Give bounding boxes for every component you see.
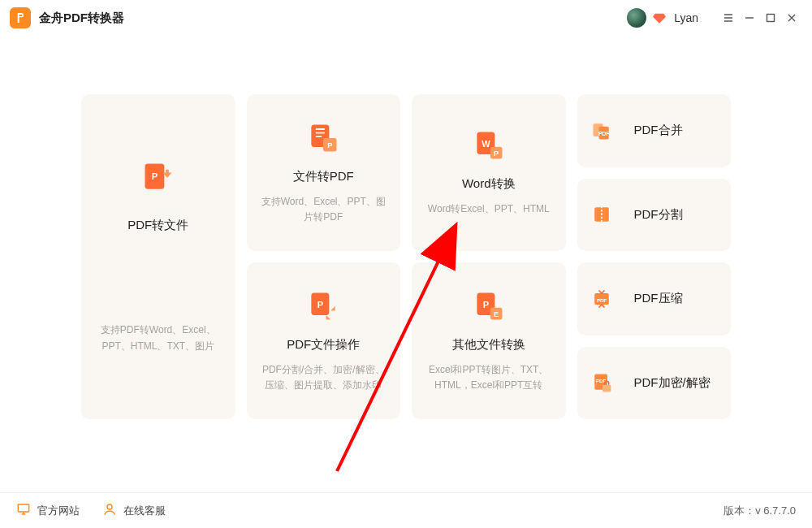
support-link[interactable]: 在线客服 bbox=[102, 502, 166, 519]
svg-text:P: P bbox=[482, 300, 488, 309]
svg-point-26 bbox=[107, 504, 112, 509]
file-to-pdf-icon: P bbox=[305, 120, 341, 156]
title-bar: 金舟PDF转换器 Lyan bbox=[0, 0, 812, 36]
version-text: 版本：v 6.7.7.0 bbox=[723, 504, 796, 518]
card-pdf-merge[interactable]: PDF PDF合并 bbox=[577, 94, 732, 167]
card-word-convert[interactable]: W P Word转换 Word转Excel、PPT、HTML bbox=[412, 94, 566, 251]
username[interactable]: Lyan bbox=[674, 11, 698, 24]
card-pdf-to-file[interactable]: P PDF转文件 支持PDF转Word、Excel、PPT、HTML、TXT、图… bbox=[81, 94, 235, 419]
card-title: 其他文件转换 bbox=[452, 337, 525, 353]
svg-text:P: P bbox=[151, 171, 157, 181]
pdf-to-file-icon: P bbox=[140, 159, 176, 195]
card-desc: Excel和PPT转图片、TXT、HTML，Excel和PPT互转 bbox=[423, 362, 555, 393]
card-pdf-split[interactable]: PDF分割 bbox=[577, 179, 732, 252]
pdf-split-icon bbox=[590, 203, 613, 226]
maximize-button[interactable] bbox=[760, 7, 781, 28]
pdf-compress-icon: PDF bbox=[590, 288, 613, 310]
card-desc: 支持Word、Excel、PPT、图片转PDF bbox=[258, 194, 390, 225]
link-label: 官方网站 bbox=[37, 504, 80, 518]
official-site-link[interactable]: 官方网站 bbox=[16, 502, 80, 519]
svg-text:P: P bbox=[327, 141, 332, 149]
card-pdf-operations[interactable]: P PDF文件操作 PDF分割/合并、加密/解密、压缩、图片提取、添加水印 bbox=[247, 262, 401, 419]
card-title: PDF分割 bbox=[634, 207, 683, 223]
card-title: PDF转文件 bbox=[127, 218, 188, 233]
svg-rect-25 bbox=[18, 504, 29, 512]
link-label: 在线客服 bbox=[123, 504, 166, 518]
card-title: PDF加密/解密 bbox=[634, 375, 710, 391]
other-convert-icon: P E bbox=[471, 288, 507, 324]
svg-text:E: E bbox=[494, 310, 499, 318]
app-logo-icon bbox=[10, 7, 31, 28]
support-icon bbox=[102, 502, 117, 519]
app-title: 金舟PDF转换器 bbox=[39, 11, 124, 26]
card-title: PDF压缩 bbox=[634, 291, 683, 306]
vip-diamond-icon[interactable] bbox=[653, 11, 666, 24]
card-title: PDF文件操作 bbox=[287, 337, 360, 353]
avatar[interactable] bbox=[627, 8, 646, 28]
card-desc: Word转Excel、PPT、HTML bbox=[428, 201, 550, 217]
card-pdf-compress[interactable]: PDF PDF压缩 bbox=[577, 262, 732, 335]
card-other-convert[interactable]: P E 其他文件转换 Excel和PPT转图片、TXT、HTML，Excel和P… bbox=[412, 262, 566, 419]
card-file-to-pdf[interactable]: P 文件转PDF 支持Word、Excel、PPT、图片转PDF bbox=[247, 94, 401, 251]
monitor-icon bbox=[16, 502, 31, 519]
card-title: 文件转PDF bbox=[293, 169, 354, 184]
svg-rect-24 bbox=[602, 385, 611, 392]
card-title: PDF合并 bbox=[634, 123, 683, 138]
word-convert-icon: W P bbox=[471, 128, 507, 163]
footer: 官方网站 在线客服 版本：v 6.7.7.0 bbox=[0, 492, 812, 528]
card-title: Word转换 bbox=[462, 176, 516, 192]
svg-rect-0 bbox=[767, 15, 775, 22]
main-grid: P PDF转文件 支持PDF转Word、Excel、PPT、HTML、TXT、图… bbox=[0, 36, 812, 419]
card-pdf-encrypt[interactable]: PDF PDF加密/解密 bbox=[577, 347, 732, 420]
pdf-operations-icon: P bbox=[305, 288, 341, 324]
minimize-button[interactable] bbox=[739, 7, 760, 28]
svg-text:W: W bbox=[482, 139, 490, 149]
svg-text:P: P bbox=[494, 149, 499, 158]
card-desc: 支持PDF转Word、Excel、PPT、HTML、TXT、图片 bbox=[94, 322, 222, 353]
close-button[interactable] bbox=[781, 7, 802, 28]
pdf-merge-icon: PDF bbox=[590, 119, 613, 142]
svg-text:P: P bbox=[317, 300, 323, 309]
svg-text:PDF: PDF bbox=[596, 296, 606, 302]
card-desc: PDF分割/合并、加密/解密、压缩、图片提取、添加水印 bbox=[258, 362, 390, 393]
menu-button[interactable] bbox=[718, 7, 739, 28]
pdf-encrypt-icon: PDF bbox=[590, 371, 613, 394]
svg-text:PDF: PDF bbox=[598, 131, 610, 136]
